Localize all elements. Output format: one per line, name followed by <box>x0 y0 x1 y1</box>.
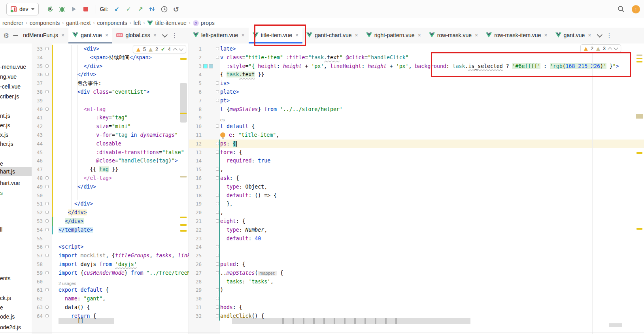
code-line-48[interactable]: 48 </el-tag> <box>32 174 189 183</box>
code-line-49[interactable]: 49 </div> <box>32 183 189 191</box>
fold-marker-icon[interactable] <box>216 245 219 248</box>
code-line-17[interactable]: 17 type: Object, <box>189 183 644 191</box>
code-line-44[interactable]: 44 closable <box>32 140 189 148</box>
fold-marker-icon[interactable] <box>45 202 49 205</box>
debug-icon[interactable] <box>57 4 67 14</box>
code-line-35[interactable]: 35 </div> <box>32 62 189 71</box>
code-line-62[interactable]: 62 name: "gant", <box>32 294 189 303</box>
fold-marker-icon[interactable] <box>216 254 219 257</box>
fold-marker-icon[interactable] <box>216 288 219 291</box>
code-line-41[interactable]: 41 :key="tag" <box>32 113 189 122</box>
tab-gant.vue[interactable]: gant.vue× <box>68 28 112 43</box>
fold-marker-icon[interactable] <box>216 176 219 179</box>
fold-marker-icon[interactable] <box>45 228 49 231</box>
code-line-45[interactable]: 45 :disable-transitions="false" <box>32 148 189 157</box>
code-line-25[interactable]: 25 <box>189 251 644 260</box>
code-line-20[interactable]: 20, <box>189 208 644 217</box>
left-error-stripe[interactable] <box>179 43 188 334</box>
fold-marker-icon[interactable] <box>45 254 49 257</box>
git-commit-icon[interactable]: ✓ <box>124 4 133 14</box>
close-icon[interactable]: × <box>153 32 157 38</box>
project-item-ck.js[interactable]: ck.js <box>0 294 11 302</box>
fold-marker-icon[interactable] <box>45 64 49 68</box>
fold-marker-icon[interactable] <box>216 81 219 85</box>
right-inspections-widget[interactable]: ▲ 2 ▲ 3 <box>580 44 621 53</box>
code-line-28[interactable]: 28 tasks: 'tasks', <box>189 277 644 286</box>
fold-marker-icon[interactable] <box>216 202 219 205</box>
code-line-9[interactable]: 9 <box>189 113 644 122</box>
fold-marker-icon[interactable] <box>45 245 49 248</box>
fold-marker-icon[interactable] <box>45 314 49 317</box>
code-line-47[interactable]: 47 {{ tag }} <box>32 165 189 174</box>
fold-marker-icon[interactable] <box>216 194 219 197</box>
tab-left-pattern.vue[interactable]: left-pattern.vue× <box>189 28 249 43</box>
code-line-26[interactable]: 26puted: { <box>189 260 644 269</box>
code-line-30[interactable]: 30 <box>189 294 644 303</box>
fold-marker-icon[interactable] <box>216 271 219 274</box>
breadcrumb-item-renderer[interactable]: renderer <box>2 20 24 26</box>
color-swatch-icon[interactable] <box>209 64 213 68</box>
fold-marker-icon[interactable] <box>216 297 219 300</box>
code-line-36[interactable]: 36 </div> <box>32 70 189 79</box>
code-line-6[interactable]: 6plate> <box>189 88 644 96</box>
code-line-58[interactable]: 58import dayjs from 'dayjs' <box>32 260 189 269</box>
tab-gant.vue[interactable]: gant.vue× <box>551 28 595 43</box>
project-item-ll[interactable]: ll <box>0 225 2 234</box>
code-line-7[interactable]: 7pt> <box>189 96 644 105</box>
code-line-53[interactable]: 53 </div> <box>32 217 189 226</box>
code-line-23[interactable]: 23 default: 40 <box>189 234 644 243</box>
more-options-icon[interactable]: ⋮ <box>172 32 178 39</box>
code-line-52[interactable]: 52 </div> <box>32 208 189 217</box>
breadcrumb-item-props[interactable]: pprops <box>192 20 215 26</box>
fold-marker-icon[interactable] <box>45 108 49 111</box>
code-line-64[interactable]: 64 return { <box>32 312 189 321</box>
fold-marker-icon[interactable] <box>216 168 219 171</box>
rollback-icon[interactable]: ↺ <box>171 4 181 14</box>
git-push-icon[interactable]: ↗ <box>136 4 145 14</box>
fold-marker-icon[interactable] <box>45 211 49 214</box>
chevron-down-icon[interactable] <box>162 32 168 38</box>
close-icon[interactable]: × <box>105 32 108 38</box>
profiler-icon[interactable] <box>69 4 79 14</box>
code-line-61[interactable]: 61export default { <box>32 286 189 294</box>
fold-marker-icon[interactable] <box>216 219 219 223</box>
fold-marker-icon[interactable] <box>45 185 49 188</box>
right-editor-pane[interactable]: 1late>2v class="title-item" :title="task… <box>189 43 644 334</box>
code-line-14[interactable]: 14 required: true <box>189 157 644 165</box>
code-line-59[interactable]: 59import {cusRenderNode} from "../Tree/t… <box>32 269 189 277</box>
run-configuration-selector[interactable]: dev <box>6 3 39 15</box>
history-icon[interactable] <box>159 4 169 14</box>
fold-marker-icon[interactable] <box>45 47 49 50</box>
git-fetch-icon[interactable] <box>147 4 157 14</box>
fold-marker-icon[interactable] <box>45 176 49 179</box>
fold-marker-icon[interactable] <box>216 90 219 93</box>
right-error-stripe[interactable] <box>635 43 644 334</box>
code-line-32[interactable]: 32andleClick() { <box>189 312 644 321</box>
code-line-38[interactable]: 38 <div class="eventList"> <box>32 88 189 96</box>
fold-marker-icon[interactable] <box>45 271 49 274</box>
close-icon[interactable]: × <box>61 32 64 38</box>
git-update-icon[interactable]: ↙ <box>112 4 121 14</box>
fold-marker-icon[interactable] <box>216 125 219 128</box>
breadcrumb-item-components[interactable]: components <box>96 20 128 26</box>
code-line-54[interactable]: 54</template> <box>32 226 189 234</box>
close-icon[interactable]: × <box>355 32 358 38</box>
more-options-icon[interactable]: ⋮ <box>606 32 612 39</box>
code-line-43[interactable]: 43 v-for="tag in dynamicTags" <box>32 131 189 140</box>
project-item-ode.js[interactable]: ode.js <box>0 312 15 321</box>
project-item--cell.vue[interactable]: -cell.vue <box>0 82 21 91</box>
breadcrumb-item-left[interactable]: left <box>133 20 142 26</box>
project-item-x.js[interactable]: x.js <box>0 130 8 139</box>
code-line-51[interactable]: 51 </div> <box>32 200 189 208</box>
project-item-ng.vue[interactable]: ng.vue <box>0 72 17 81</box>
code-line-27[interactable]: 27..mapStates(mapper: { <box>189 269 644 277</box>
stop-icon[interactable] <box>81 4 91 14</box>
prev-problem-icon[interactable] <box>173 48 177 52</box>
code-line-37[interactable]: 37 包含事件: <box>32 79 189 88</box>
project-item-her.js[interactable]: her.js <box>0 140 13 148</box>
fold-marker-icon[interactable] <box>45 306 49 309</box>
breadcrumb-item-gantt-next[interactable]: gantt-next <box>65 20 91 26</box>
usages-inlay-hint[interactable]: es <box>220 117 225 122</box>
close-icon[interactable]: × <box>475 32 478 38</box>
code-line-24[interactable]: 24 <box>189 243 644 251</box>
